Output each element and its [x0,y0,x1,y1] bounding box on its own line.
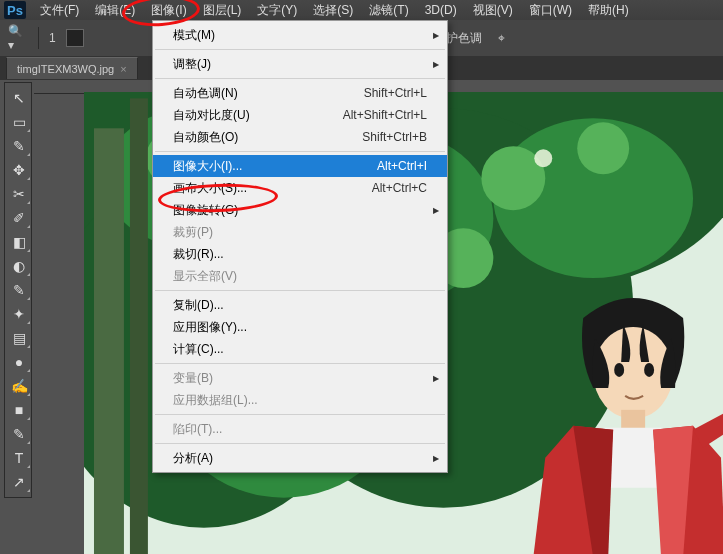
menu-item-label: 自动颜色(O) [173,129,238,146]
svg-rect-25 [130,98,148,554]
svg-point-21 [534,149,552,167]
menubar: Ps 文件(F) 编辑(E) 图像(I) 图层(L) 文字(Y) 选择(S) 滤… [0,0,723,20]
menu-item-19: 变量(B) [153,367,447,389]
patch-tool[interactable]: ◧ [7,231,31,253]
opt-divider [38,27,39,49]
menu-separator [155,151,445,152]
dodge-tool[interactable]: ■ [7,399,31,421]
eyedropper-tool[interactable]: ✐ [7,207,31,229]
menu-item-label: 画布大小(S)... [173,180,247,197]
menu-item-16[interactable]: 应用图像(Y)... [153,316,447,338]
menu-window[interactable]: 窗口(W) [521,0,580,21]
menu-item-17[interactable]: 计算(C)... [153,338,447,360]
menu-item-20: 应用数据组(L)... [153,389,447,411]
menu-item-label: 分析(A) [173,450,213,467]
menu-edit[interactable]: 编辑(E) [87,0,143,21]
path-tool[interactable]: ↗ [7,471,31,493]
move-tool[interactable]: ↖ [7,87,31,109]
crop-tool[interactable]: ✂ [7,183,31,205]
menu-item-24[interactable]: 分析(A) [153,447,447,469]
menu-item-label: 显示全部(V) [173,268,237,285]
brush-tool[interactable]: ◐ [7,255,31,277]
menu-item-9[interactable]: 画布大小(S)...Alt+Ctrl+C [153,177,447,199]
menu-item-label: 应用数据组(L)... [173,392,258,409]
menu-separator [155,414,445,415]
svg-rect-27 [621,410,645,430]
menu-view[interactable]: 视图(V) [465,0,521,21]
menu-item-label: 计算(C)... [173,341,224,358]
menu-separator [155,290,445,291]
menu-item-shortcut: Shift+Ctrl+B [362,130,427,144]
history-tool[interactable]: ✦ [7,303,31,325]
lasso-tool[interactable]: ✎ [7,135,31,157]
menu-item-label: 自动对比度(U) [173,107,250,124]
tools-panel: ↖ ▭ ✎ ✥ ✂ ✐ ◧ ◐ ✎ ✦ ▤ ● ✍ ■ ✎ T ↗ [4,82,32,498]
ruler-vertical [34,94,48,554]
menu-item-label: 模式(M) [173,27,215,44]
menu-item-2[interactable]: 调整(J) [153,53,447,75]
document-tab-label: timgITEXM3WQ.jpg [17,63,114,75]
app-logo: Ps [4,1,26,19]
menu-item-label: 变量(B) [173,370,213,387]
pen-tool[interactable]: ✎ [7,423,31,445]
menu-filter[interactable]: 滤镜(T) [361,0,416,21]
opt-swatch[interactable] [66,29,84,47]
brush-settings-icon[interactable]: ⌖ [492,28,512,48]
menu-select[interactable]: 选择(S) [305,0,361,21]
menu-separator [155,443,445,444]
menu-layer[interactable]: 图层(L) [195,0,250,21]
menu-item-shortcut: Alt+Ctrl+I [377,159,427,173]
marquee-tool[interactable]: ▭ [7,111,31,133]
svg-point-15 [577,122,629,174]
menu-item-label: 裁切(R)... [173,246,224,263]
menu-item-label: 陷印(T)... [173,421,222,438]
menu-item-shortcut: Alt+Shift+Ctrl+L [343,108,427,122]
text-tool[interactable]: T [7,447,31,469]
wand-tool[interactable]: ✥ [7,159,31,181]
menu-item-label: 图像大小(I)... [173,158,242,175]
menu-separator [155,49,445,50]
menu-item-label: 复制(D)... [173,297,224,314]
menu-item-6[interactable]: 自动颜色(O)Shift+Ctrl+B [153,126,447,148]
menu-item-label: 自动色调(N) [173,85,238,102]
svg-rect-24 [94,128,124,554]
menu-file[interactable]: 文件(F) [32,0,87,21]
menu-item-4[interactable]: 自动色调(N)Shift+Ctrl+L [153,82,447,104]
menu-item-13: 显示全部(V) [153,265,447,287]
svg-point-31 [644,363,654,377]
gradient-tool[interactable]: ● [7,351,31,373]
menu-item-label: 调整(J) [173,56,211,73]
menu-item-5[interactable]: 自动对比度(U)Alt+Shift+Ctrl+L [153,104,447,126]
menu-item-11: 裁剪(P) [153,221,447,243]
menu-3d[interactable]: 3D(D) [417,1,465,19]
blur-tool[interactable]: ✍ [7,375,31,397]
menu-item-label: 裁剪(P) [173,224,213,241]
menu-separator [155,78,445,79]
image-menu-dropdown[interactable]: 模式(M)调整(J)自动色调(N)Shift+Ctrl+L自动对比度(U)Alt… [152,20,448,473]
opt-value: 1 [49,31,56,45]
menu-item-shortcut: Shift+Ctrl+L [364,86,427,100]
document-tab[interactable]: timgITEXM3WQ.jpg × [6,57,138,79]
menu-help[interactable]: 帮助(H) [580,0,637,21]
close-icon[interactable]: × [120,63,126,75]
menu-item-8[interactable]: 图像大小(I)...Alt+Ctrl+I [153,155,447,177]
menu-item-label: 图像旋转(G) [173,202,238,219]
tool-preset-icon[interactable]: 🔍▾ [8,28,28,48]
menu-type[interactable]: 文字(Y) [249,0,305,21]
menu-item-12[interactable]: 裁切(R)... [153,243,447,265]
stamp-tool[interactable]: ✎ [7,279,31,301]
menu-item-15[interactable]: 复制(D)... [153,294,447,316]
menu-item-22: 陷印(T)... [153,418,447,440]
menu-separator [155,363,445,364]
menu-item-0[interactable]: 模式(M) [153,24,447,46]
menu-item-label: 应用图像(Y)... [173,319,247,336]
menu-item-10[interactable]: 图像旋转(G) [153,199,447,221]
svg-point-30 [614,363,624,377]
menu-item-shortcut: Alt+Ctrl+C [372,181,427,195]
eraser-tool[interactable]: ▤ [7,327,31,349]
menu-image[interactable]: 图像(I) [143,0,194,21]
